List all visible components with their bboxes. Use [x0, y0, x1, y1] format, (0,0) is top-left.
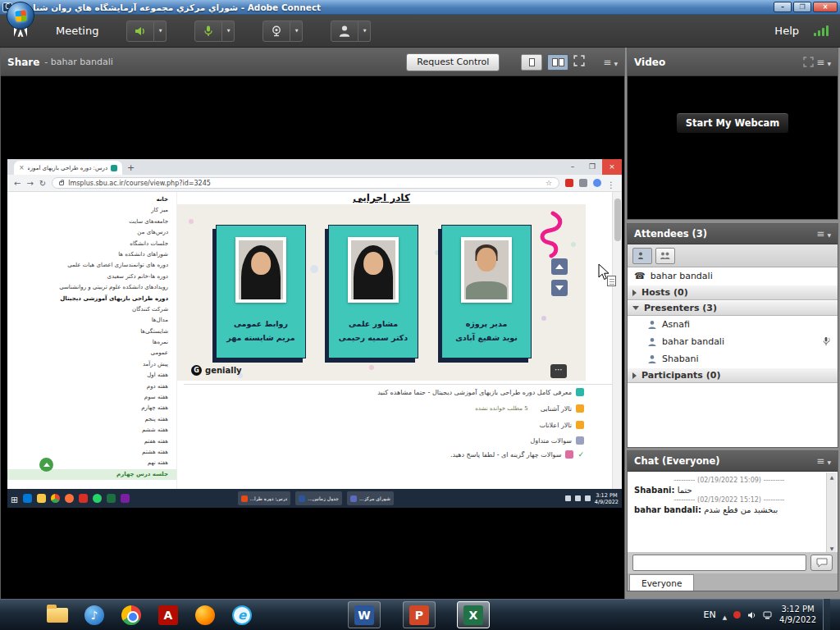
speaker-control[interactable] — [126, 21, 167, 42]
speaker-dropdown[interactable] — [154, 21, 167, 42]
close-button[interactable] — [813, 2, 838, 12]
nav-item[interactable]: درس‌های من — [7, 227, 176, 238]
nav-item[interactable]: پیش درآمد — [7, 359, 176, 370]
acrobat-reader-icon[interactable]: A — [157, 604, 180, 626]
slide-scroll-up-button[interactable] — [551, 258, 568, 275]
raise-hand-icon[interactable] — [331, 21, 358, 42]
fullscreen-icon[interactable] — [573, 55, 585, 69]
excel-taskbar-button[interactable]: X — [457, 601, 490, 628]
browser-tab[interactable]: درس: دوره طراحی بازیهای آموزشی × — [14, 161, 122, 175]
browser-close-icon[interactable]: × — [602, 159, 622, 175]
back-icon[interactable] — [14, 179, 21, 188]
activity-row[interactable]: تالار آشنایی 5 مطلب خوانده نشده — [475, 404, 584, 413]
microphone-dropdown[interactable] — [222, 21, 235, 42]
webcam-icon[interactable] — [262, 21, 290, 42]
scroll-down-icon[interactable]: ▼ — [830, 546, 834, 551]
nav-item[interactable]: هفته پنجم — [7, 414, 176, 425]
tab-close-icon[interactable]: × — [19, 164, 25, 171]
slide-options-button[interactable] — [550, 364, 567, 378]
start-button[interactable] — [7, 2, 34, 30]
shared-firefox-icon[interactable] — [65, 494, 74, 503]
nav-item[interactable]: جامعه‌های سایت — [7, 217, 176, 227]
network-icon[interactable] — [763, 607, 773, 623]
nav-item[interactable]: هفته هفتم — [7, 436, 176, 447]
chat-tab-everyone[interactable]: Everyone — [629, 574, 694, 591]
shared-window-button[interactable]: جدول زمانبن... — [295, 491, 342, 505]
meeting-menu[interactable]: Meeting — [56, 25, 98, 37]
shared-chrome-icon[interactable] — [51, 494, 60, 503]
chat-scrollbar[interactable]: ▲▼ — [826, 472, 837, 553]
presenter-row[interactable]: bahar bandali — [628, 333, 838, 350]
nav-item[interactable]: هفته هشتم — [7, 447, 176, 458]
nav-item[interactable]: مدال‌ها — [7, 315, 176, 326]
send-message-button[interactable] — [810, 555, 833, 571]
nav-item[interactable]: جلسات دانشگاه — [7, 239, 176, 249]
address-bar[interactable]: lmsplus.sbu.ac.ir/course/view.php?id=324… — [52, 177, 559, 189]
video-fullscreen-icon[interactable] — [803, 57, 814, 67]
webcam-control[interactable] — [262, 21, 303, 42]
activity-row[interactable]: سوالات متداول — [531, 436, 585, 445]
activity-row[interactable]: معرفی کامل دوره طراحی بازیهای آموزشی دیج… — [377, 388, 584, 396]
shared-tray-icon[interactable] — [585, 495, 591, 501]
microphone-control[interactable] — [194, 21, 235, 42]
nav-item[interactable]: هفته اول — [7, 370, 176, 381]
nav-item[interactable]: دوره های توانمندسازی اعضای هیات علمی — [7, 260, 176, 271]
shared-app-icon[interactable] — [121, 494, 130, 503]
activity-row[interactable]: تالار اعلانات — [539, 421, 584, 429]
scrollbar-thumb[interactable] — [614, 199, 621, 241]
hosts-group-row[interactable]: Hosts (0) — [628, 285, 838, 300]
shared-tray-icon[interactable] — [565, 495, 571, 501]
minimize-button[interactable] — [774, 2, 792, 12]
forward-icon[interactable] — [26, 179, 33, 188]
layout-toggle-single-icon[interactable] — [521, 54, 542, 71]
shared-tray-icon[interactable] — [575, 495, 581, 501]
chat-input[interactable] — [632, 555, 806, 571]
status-dropdown[interactable] — [358, 21, 371, 42]
reload-icon[interactable] — [39, 179, 46, 188]
url-text[interactable]: lmsplus.sbu.ac.ir/course/view.php?id=324… — [68, 180, 541, 187]
request-control-button[interactable]: Request Control — [406, 53, 500, 71]
bookmark-star-icon[interactable] — [546, 179, 552, 187]
word-taskbar-button[interactable]: W — [348, 601, 381, 628]
microphone-icon[interactable] — [194, 21, 222, 42]
explorer-folder-icon[interactable] — [46, 604, 69, 626]
media-player-icon[interactable]: ♪ — [83, 604, 106, 626]
video-pod-menu-icon[interactable] — [816, 57, 824, 68]
nav-item[interactable]: نمره‌ها — [7, 337, 176, 348]
shared-edge-icon[interactable] — [23, 494, 32, 503]
connection-status-icon[interactable] — [814, 25, 829, 36]
tray-expand-icon[interactable] — [723, 607, 727, 623]
firefox-icon[interactable] — [194, 604, 217, 626]
activity-row[interactable]: ✓ سوالات چهار گزینه ای - لطفا پاسخ دهید. — [450, 450, 584, 459]
speaker-icon[interactable] — [126, 21, 154, 42]
browser-menu-icon[interactable] — [607, 176, 615, 191]
new-tab-icon[interactable]: + — [127, 162, 135, 173]
chrome-icon[interactable] — [120, 604, 143, 626]
nav-item[interactable]: هفته سوم — [7, 392, 176, 403]
share-pod-menu-icon[interactable] — [603, 57, 618, 68]
nav-item[interactable]: شوراهای دانشکده ها — [7, 249, 176, 260]
back-to-top-button[interactable] — [39, 458, 53, 472]
attendee-view-grid-icon[interactable] — [655, 248, 675, 264]
internet-explorer-icon[interactable]: e — [231, 604, 253, 626]
presenters-group-row[interactable]: Presenters (3) — [628, 300, 838, 316]
maximize-button[interactable] — [793, 2, 811, 12]
nav-item[interactable]: دوره ها-خانم دکتر سعیدی — [7, 272, 176, 282]
presenter-row[interactable]: Asnafi — [628, 316, 838, 333]
start-my-webcam-button[interactable]: Start My Webcam — [676, 112, 789, 134]
shared-opera-icon[interactable] — [79, 494, 88, 503]
participants-group-row[interactable]: Participants (0) — [628, 368, 838, 383]
shared-whatsapp-icon[interactable] — [93, 494, 102, 503]
help-menu[interactable]: Help — [774, 25, 799, 37]
taskbar-clock[interactable]: 3:12 PM 4/9/2022 — [779, 604, 816, 625]
nav-item[interactable]: خانه — [7, 194, 176, 205]
extensions-puzzle-icon[interactable] — [579, 179, 587, 187]
nav-item[interactable]: هفته دوم — [7, 381, 176, 392]
nav-item[interactable]: رویدادهای دانشکده علوم تربیتی و روانشناس… — [7, 282, 176, 293]
extension-red-icon[interactable] — [565, 179, 573, 187]
chat-pod-menu-icon[interactable] — [816, 455, 824, 467]
status-control[interactable] — [331, 21, 371, 42]
attendee-view-list-icon[interactable] — [632, 248, 652, 264]
shared-start-icon[interactable] — [11, 491, 18, 506]
shared-excel-icon[interactable] — [107, 494, 116, 503]
